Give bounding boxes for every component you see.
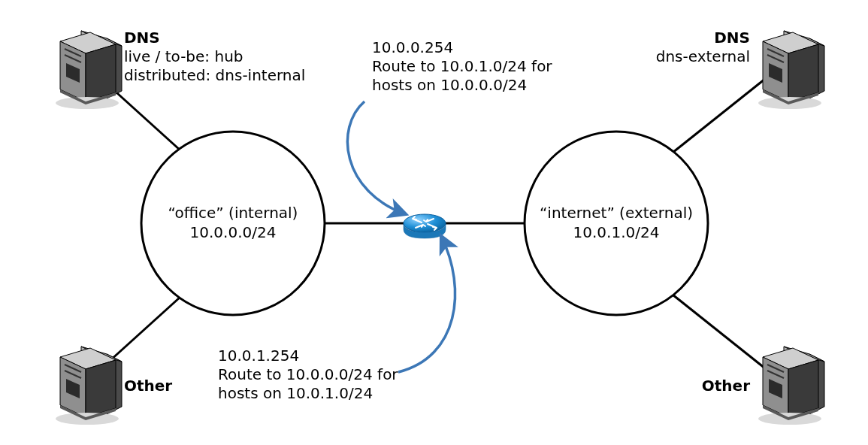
route-top-ip: 10.0.0.254: [372, 38, 453, 56]
server-icon: [56, 31, 122, 109]
right-bottom-server-title: Other: [702, 377, 750, 395]
left-bottom-server-title: Other: [124, 377, 172, 395]
left-top-server-line2: distributed: dns-internal: [124, 66, 305, 84]
server-icon: [758, 31, 824, 109]
link-line: [673, 79, 765, 153]
left-top-server-line1: live / to-be: hub: [124, 47, 243, 65]
route-bottom-ip: 10.0.1.254: [218, 347, 299, 365]
route-arrow-bottom: [398, 236, 455, 372]
router-icon: [404, 214, 446, 238]
server-icon: [56, 347, 122, 425]
right-top-server-line1: dns-external: [656, 47, 750, 65]
internet-network-name: “internet” (external): [540, 204, 693, 222]
office-network-subnet: 10.0.0.0/24: [190, 223, 277, 241]
server-icon: [758, 347, 824, 425]
route-top-line2: hosts on 10.0.0.0/24: [372, 76, 527, 94]
left-top-server-title: DNS: [124, 29, 160, 47]
route-bottom-line1: Route to 10.0.0.0/24 for: [218, 365, 398, 383]
route-arrow-top: [347, 101, 406, 214]
route-bottom-line2: hosts on 10.0.1.0/24: [218, 384, 373, 402]
link-line: [673, 295, 765, 368]
internet-network-subnet: 10.0.1.0/24: [573, 223, 660, 241]
office-network-name: “office” (internal): [168, 204, 298, 222]
route-top-line1: Route to 10.0.1.0/24 for: [372, 57, 552, 75]
right-top-server-title: DNS: [714, 29, 750, 47]
